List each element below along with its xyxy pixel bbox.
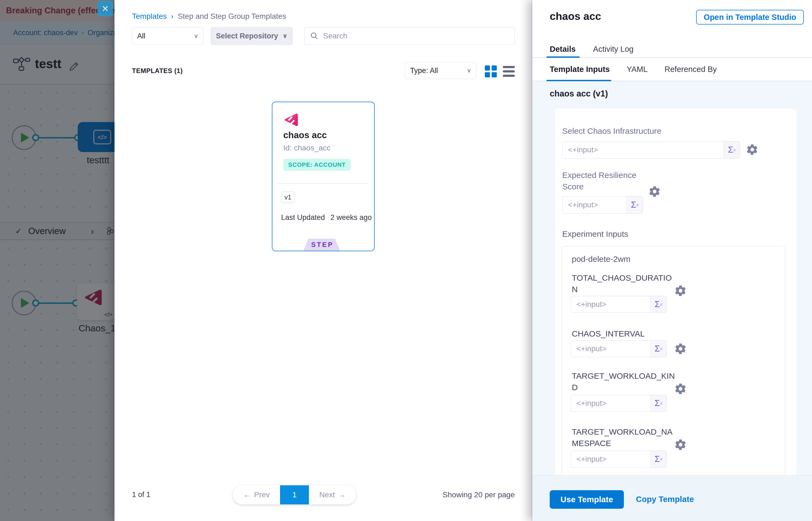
modal-backdrop[interactable] — [0, 0, 114, 521]
runtime-input-value[interactable]: <+input> — [571, 341, 651, 357]
page-info: 1 of 1 — [132, 491, 151, 499]
expression-sigma-button[interactable]: Σx — [651, 341, 666, 357]
active-tab-underline — [546, 56, 580, 58]
arrow-right-icon: → — [338, 491, 346, 499]
type-filter-value: Type: All — [410, 67, 438, 75]
next-page-button[interactable]: Next → — [309, 485, 356, 504]
repository-filter-select[interactable]: Select Repository ∨ — [211, 27, 292, 45]
scope-filter-select[interactable]: All ∨ — [132, 27, 203, 45]
template-inputs-panel: chaos acc (v1) Select Chaos Infrastructu… — [532, 81, 812, 475]
type-filter-select[interactable]: Type: All ∨ — [405, 62, 476, 79]
runtime-input-value[interactable]: <+input> — [571, 451, 651, 467]
version-chip: v1 — [281, 191, 295, 203]
chevron-down-icon: ∨ — [467, 67, 471, 74]
current-page-button[interactable]: 1 — [280, 485, 309, 504]
infra-field-label: Select Chaos Infrastructure — [562, 126, 661, 137]
field-runtime-input[interactable]: <+input> Σx — [571, 296, 667, 313]
arrow-left-icon: ← — [243, 491, 251, 499]
chaos-logo-icon — [283, 113, 299, 127]
settings-gear-icon[interactable] — [674, 438, 687, 451]
drawer-footer: Use Template Copy Template — [532, 475, 812, 521]
subtab-referenced-by[interactable]: Referenced By — [664, 65, 717, 74]
scope-badge: SCOPE: ACCOUNT — [283, 159, 351, 171]
runtime-input-value[interactable]: <+input> — [571, 296, 651, 313]
close-dialog-button[interactable]: ✕ — [97, 1, 113, 17]
card-divider — [278, 183, 369, 184]
templates-count-label: TEMPLATES (1) — [132, 67, 183, 75]
open-in-template-studio-button[interactable]: Open in Template Studio — [696, 10, 804, 24]
field-label: TARGET_WORKLOAD_NAMESPACE — [572, 426, 677, 449]
use-template-button[interactable]: Use Template — [550, 490, 624, 509]
field-label: TOTAL_CHAOS_DURATION — [572, 272, 677, 295]
settings-gear-icon[interactable] — [746, 143, 759, 156]
field-label: CHAOS_INTERVAL — [572, 328, 677, 340]
tab-details[interactable]: Details — [550, 45, 576, 54]
prev-page-button[interactable]: ← Prev — [233, 485, 280, 504]
experiment-group-name: pod-delete-2wm — [572, 254, 630, 264]
scope-filter-value: All — [137, 32, 145, 40]
template-version-heading: chaos acc (v1) — [550, 89, 608, 99]
close-icon: ✕ — [102, 3, 109, 14]
list-view-button[interactable] — [503, 65, 515, 77]
repository-filter-value: Select Repository — [216, 32, 278, 40]
chevron-down-icon: ∨ — [194, 32, 198, 40]
template-type-tag: STEP — [304, 239, 340, 251]
last-updated-label: Last Updated — [281, 213, 325, 222]
field-runtime-input[interactable]: <+input> Σx — [571, 340, 667, 357]
settings-gear-icon[interactable] — [674, 342, 687, 355]
settings-gear-icon[interactable] — [674, 383, 687, 395]
app-root: Breaking Change (effective F Account: ch… — [0, 0, 812, 521]
field-runtime-input[interactable]: <+input> Σx — [571, 395, 667, 412]
chevron-down-icon: ∨ — [283, 32, 287, 40]
runtime-input-value[interactable]: <+input> — [563, 197, 627, 213]
subtab-yaml[interactable]: YAML — [627, 65, 648, 74]
infra-runtime-input[interactable]: <+input> Σx — [562, 141, 740, 159]
breadcrumb-chevron-icon: › — [167, 13, 178, 20]
template-search — [304, 27, 515, 45]
runtime-input-value[interactable]: <+input> — [571, 395, 651, 411]
template-selector-dialog: Templates › Step and Step Group Template… — [114, 0, 532, 521]
experiment-inputs-card: pod-delete-2wm TOTAL_CHAOS_DURATION <+in… — [562, 246, 785, 475]
expression-sigma-button[interactable]: Σx — [724, 141, 740, 158]
settings-gear-icon[interactable] — [674, 285, 687, 297]
drawer-title: chaos acc — [550, 10, 601, 22]
template-inputs-form: Select Chaos Infrastructure <+input> Σx … — [555, 109, 796, 475]
expression-sigma-button[interactable]: Σx — [651, 296, 666, 313]
experiment-inputs-label: Experiment Inputs — [562, 228, 628, 240]
pagination: ← Prev 1 Next → — [233, 485, 356, 504]
breadcrumb-current: Step and Step Group Templates — [178, 12, 286, 21]
subtab-template-inputs[interactable]: Template Inputs — [550, 65, 610, 74]
drawer-subtabs: Template Inputs YAML Referenced By — [532, 58, 812, 81]
search-icon — [310, 31, 319, 40]
settings-gear-icon[interactable] — [649, 185, 661, 198]
template-card-id: Id: chaos_acc — [283, 143, 330, 152]
per-page-label: Showing 20 per page — [442, 491, 515, 499]
template-details-drawer: chaos acc Open in Template Studio Detail… — [532, 0, 812, 521]
pipeline-editor-background: Breaking Change (effective F Account: ch… — [0, 0, 114, 521]
expression-sigma-button[interactable]: Σx — [627, 197, 643, 213]
expression-sigma-button[interactable]: Σx — [651, 395, 666, 411]
search-input[interactable] — [323, 31, 509, 40]
last-updated-value: 2 weeks ago — [330, 213, 372, 222]
expression-sigma-button[interactable]: Σx — [651, 451, 666, 467]
dialog-breadcrumb: Templates › Step and Step Group Template… — [132, 12, 286, 21]
field-label: TARGET_WORKLOAD_KIND — [572, 370, 677, 393]
grid-view-button[interactable] — [485, 65, 497, 77]
template-card-title: chaos acc — [283, 130, 327, 140]
runtime-input-value[interactable]: <+input> — [563, 141, 724, 158]
field-runtime-input[interactable]: <+input> Σx — [571, 451, 667, 468]
resilience-runtime-input[interactable]: <+input> Σx — [562, 196, 643, 213]
drawer-tabs: Details Activity Log — [532, 41, 812, 58]
copy-template-link[interactable]: Copy Template — [636, 495, 694, 504]
template-card-chaos-acc[interactable]: chaos acc Id: chaos_acc SCOPE: ACCOUNT v… — [272, 101, 375, 251]
breadcrumb-templates-link[interactable]: Templates — [132, 12, 167, 21]
active-subtab-underline — [546, 80, 611, 81]
tab-activity-log[interactable]: Activity Log — [593, 45, 633, 54]
resilience-field-label: Expected Resilience Score — [562, 169, 641, 192]
